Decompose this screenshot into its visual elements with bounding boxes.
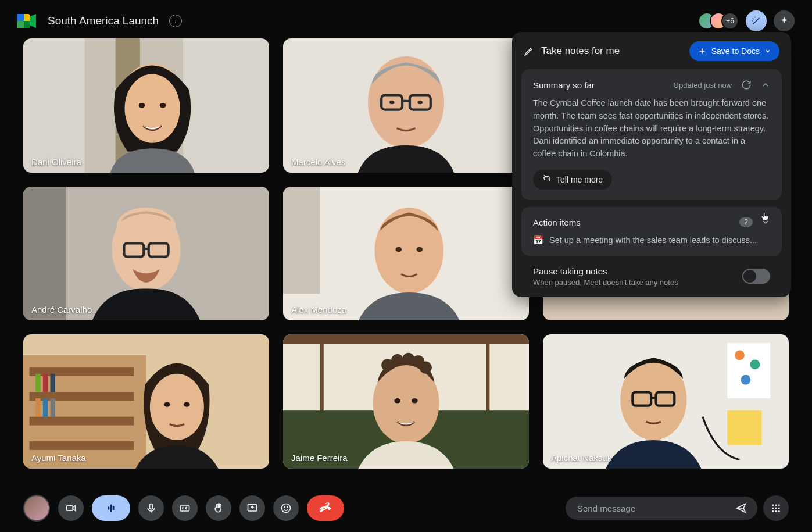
pencil-icon [524, 46, 534, 56]
svg-rect-2 [17, 21, 24, 28]
participant-tile[interactable]: Alex Mendoza [283, 187, 529, 321]
tell-me-more-button[interactable]: Tell me more [533, 170, 612, 190]
participant-name: Jaime Ferreira [291, 453, 348, 463]
message-bar [566, 497, 757, 520]
participant-tile[interactable]: Apichat Naksuk [543, 334, 789, 469]
save-to-docs-button[interactable]: Save to Docs [689, 41, 779, 61]
take-notes-panel: Take notes for me Save to Docs Summary s… [512, 32, 791, 297]
svg-rect-51 [283, 334, 529, 344]
participant-name: Marcelo Alves [291, 157, 345, 167]
panel-title: Take notes for me [541, 45, 620, 57]
svg-point-62 [412, 398, 418, 403]
participant-tile[interactable]: Jaime Ferreira [283, 334, 529, 469]
svg-point-48 [164, 402, 170, 407]
participant-tile[interactable]: Dani Oliveira [23, 38, 269, 173]
camera-button[interactable] [58, 495, 84, 521]
message-input[interactable] [576, 503, 728, 514]
svg-point-86 [772, 508, 774, 509]
svg-rect-52 [320, 344, 323, 412]
svg-rect-3 [24, 21, 30, 28]
self-avatar[interactable] [23, 495, 50, 522]
chevron-down-icon[interactable] [761, 217, 770, 227]
meeting-title: South America Launch [48, 15, 159, 27]
apps-grid-button[interactable] [763, 495, 789, 521]
pause-toggle[interactable] [742, 269, 770, 284]
raise-hand-button[interactable] [206, 495, 231, 521]
header-right: +6 [698, 10, 795, 31]
svg-point-31 [396, 247, 402, 251]
svg-point-9 [124, 74, 180, 142]
svg-point-11 [160, 103, 166, 108]
tell-me-more-label: Tell me more [556, 175, 603, 184]
svg-point-10 [139, 103, 145, 108]
svg-rect-45 [51, 398, 55, 417]
audio-indicator-button[interactable] [92, 495, 130, 521]
svg-point-82 [287, 507, 288, 508]
bottom-bar [0, 495, 812, 522]
participant-name: Alex Mendoza [291, 305, 346, 315]
svg-point-60 [420, 362, 432, 374]
svg-rect-38 [30, 417, 134, 426]
svg-rect-40 [35, 374, 40, 392]
svg-rect-44 [43, 398, 48, 417]
participant-tile[interactable]: Marcelo Alves [283, 38, 529, 173]
svg-marker-4 [30, 14, 36, 28]
pause-title: Pause taking notes [533, 266, 678, 276]
svg-rect-75 [110, 505, 112, 512]
svg-rect-78 [181, 505, 189, 511]
svg-point-87 [775, 508, 777, 509]
svg-point-81 [284, 507, 285, 508]
svg-rect-22 [23, 187, 66, 321]
magic-wand-button[interactable] [746, 10, 767, 31]
svg-point-83 [772, 504, 774, 506]
svg-point-66 [750, 360, 760, 370]
svg-rect-39 [30, 441, 134, 450]
pause-notes-row: Pause taking notes When paused, Meet doe… [521, 263, 782, 287]
svg-rect-41 [43, 374, 48, 392]
svg-point-90 [775, 510, 777, 512]
participant-name: André Carvalho [31, 305, 92, 315]
svg-rect-68 [727, 411, 761, 445]
summary-card: Summary so far Updated just now The Cymb… [521, 69, 782, 200]
svg-rect-53 [486, 344, 489, 412]
microphone-button[interactable] [138, 495, 164, 521]
leave-call-button[interactable] [307, 495, 344, 521]
chevron-up-icon[interactable] [761, 80, 770, 90]
participant-name: Apichat Naksuk [551, 453, 611, 463]
captions-button[interactable] [172, 495, 198, 521]
call-controls [23, 495, 344, 522]
participant-tile[interactable]: André Carvalho [23, 187, 269, 321]
sparkle-button[interactable] [774, 10, 795, 31]
svg-point-32 [416, 247, 423, 251]
participant-name: Ayumi Tanaka [31, 453, 86, 463]
emoji-reactions-button[interactable] [273, 495, 299, 521]
present-screen-button[interactable] [239, 495, 265, 521]
svg-rect-76 [113, 506, 115, 510]
send-icon[interactable] [735, 502, 747, 514]
svg-point-85 [778, 504, 780, 506]
header-left: South America Launch i [17, 13, 182, 29]
participant-tile[interactable]: Ayumi Tanaka [23, 334, 269, 469]
svg-rect-74 [108, 506, 110, 510]
action-item[interactable]: 📅 Set up a meeting with the sales team l… [533, 235, 770, 245]
svg-rect-73 [67, 506, 73, 510]
svg-point-91 [778, 510, 780, 512]
svg-point-61 [394, 398, 400, 403]
summary-heading: Summary so far [533, 80, 595, 90]
pause-subtitle: When paused, Meet doesn't take any notes [533, 278, 678, 287]
svg-point-30 [375, 208, 443, 294]
svg-rect-43 [35, 398, 40, 417]
action-items-card: Action items 2 📅 Set up a meeting with t… [521, 207, 782, 256]
reply-arrow-icon [542, 175, 552, 184]
participant-avatar-stack[interactable]: +6 [698, 12, 739, 30]
refresh-icon[interactable] [741, 80, 752, 90]
svg-rect-29 [283, 187, 320, 294]
summary-body: The Cymbal Coffee launch date has been b… [533, 97, 770, 160]
plus-icon [697, 47, 707, 56]
svg-rect-64 [727, 343, 770, 398]
svg-point-17 [389, 101, 394, 104]
meeting-info-button[interactable]: i [169, 15, 182, 27]
chevron-down-icon [764, 48, 771, 55]
svg-point-88 [778, 508, 780, 509]
svg-point-49 [184, 402, 190, 407]
